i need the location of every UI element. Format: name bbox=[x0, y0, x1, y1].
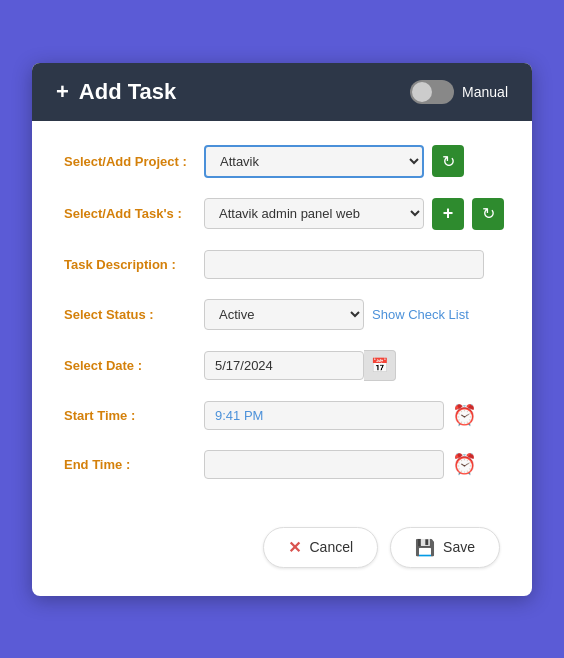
date-input[interactable] bbox=[204, 351, 364, 380]
task-refresh-button[interactable]: ↻ bbox=[472, 198, 504, 230]
calendar-button[interactable]: 📅 bbox=[364, 350, 396, 381]
title-wrap: + Add Task bbox=[56, 79, 176, 105]
task-select[interactable]: Attavik admin panel web bbox=[204, 198, 424, 229]
end-time-control-wrap: ⏰ bbox=[204, 450, 500, 479]
end-time-label: End Time : bbox=[64, 457, 204, 472]
save-button[interactable]: 💾 Save bbox=[390, 527, 500, 568]
project-row: Select/Add Project : Attavik ↻ bbox=[64, 145, 500, 178]
modal-header: + Add Task Manual bbox=[32, 63, 532, 121]
project-refresh-button[interactable]: ↻ bbox=[432, 145, 464, 177]
task-add-button[interactable]: + bbox=[432, 198, 464, 230]
modal-title: Add Task bbox=[79, 79, 176, 105]
task-row: Select/Add Task's : Attavik admin panel … bbox=[64, 198, 500, 230]
show-checklist-link[interactable]: Show Check List bbox=[372, 307, 469, 322]
cancel-icon: ✕ bbox=[288, 538, 301, 557]
project-select[interactable]: Attavik bbox=[204, 145, 424, 178]
manual-toggle-wrap: Manual bbox=[410, 80, 508, 104]
start-time-row: Start Time : ⏰ bbox=[64, 401, 500, 430]
start-time-wrap: ⏰ bbox=[204, 401, 477, 430]
end-time-wrap: ⏰ bbox=[204, 450, 477, 479]
refresh-icon-task: ↻ bbox=[482, 204, 495, 223]
status-control-wrap: Active Inactive Completed Show Check Lis… bbox=[204, 299, 500, 330]
status-row: Select Status : Active Inactive Complete… bbox=[64, 299, 500, 330]
clock-icon-end: ⏰ bbox=[452, 452, 477, 476]
plus-icon: + bbox=[56, 79, 69, 105]
end-time-input[interactable] bbox=[204, 450, 444, 479]
description-input[interactable] bbox=[204, 250, 484, 279]
modal-footer: ✕ Cancel 💾 Save bbox=[32, 527, 532, 596]
add-icon: + bbox=[443, 203, 454, 224]
save-icon: 💾 bbox=[415, 538, 435, 557]
cancel-button[interactable]: ✕ Cancel bbox=[263, 527, 378, 568]
start-time-control-wrap: ⏰ bbox=[204, 401, 500, 430]
manual-toggle[interactable] bbox=[410, 80, 454, 104]
date-control-wrap: 📅 bbox=[204, 350, 500, 381]
end-time-row: End Time : ⏰ bbox=[64, 450, 500, 479]
cancel-label: Cancel bbox=[309, 539, 353, 555]
status-select[interactable]: Active Inactive Completed bbox=[204, 299, 364, 330]
calendar-icon: 📅 bbox=[371, 357, 388, 373]
task-control-wrap: Attavik admin panel web + ↻ bbox=[204, 198, 504, 230]
date-picker-wrap: 📅 bbox=[204, 350, 396, 381]
end-time-clock-button[interactable]: ⏰ bbox=[452, 452, 477, 476]
description-control-wrap bbox=[204, 250, 500, 279]
start-time-label: Start Time : bbox=[64, 408, 204, 423]
project-label: Select/Add Project : bbox=[64, 154, 204, 169]
date-row: Select Date : 📅 bbox=[64, 350, 500, 381]
toggle-knob bbox=[412, 82, 432, 102]
start-time-input[interactable] bbox=[204, 401, 444, 430]
date-label: Select Date : bbox=[64, 358, 204, 373]
add-task-modal: + Add Task Manual Select/Add Project : A… bbox=[32, 63, 532, 596]
modal-body: Select/Add Project : Attavik ↻ Select/Ad… bbox=[32, 121, 532, 527]
task-label: Select/Add Task's : bbox=[64, 206, 204, 221]
refresh-icon: ↻ bbox=[442, 152, 455, 171]
start-time-clock-button[interactable]: ⏰ bbox=[452, 403, 477, 427]
save-label: Save bbox=[443, 539, 475, 555]
status-label: Select Status : bbox=[64, 307, 204, 322]
description-row: Task Description : bbox=[64, 250, 500, 279]
description-label: Task Description : bbox=[64, 257, 204, 272]
manual-label: Manual bbox=[462, 84, 508, 100]
project-control-wrap: Attavik ↻ bbox=[204, 145, 500, 178]
clock-icon-start: ⏰ bbox=[452, 403, 477, 427]
